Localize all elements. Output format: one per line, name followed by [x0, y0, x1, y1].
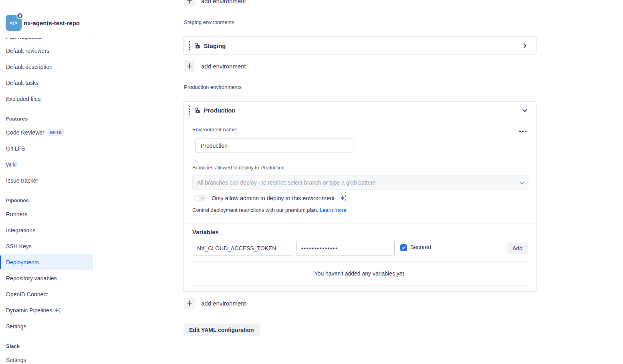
plus-icon [184, 298, 195, 309]
sidebar-item-dynamic-pipelines[interactable]: Dynamic Pipelines [0, 302, 93, 318]
divider [192, 286, 528, 286]
divider [192, 261, 528, 261]
secured-label: Secured [410, 244, 431, 250]
edit-yaml-configuration-button[interactable]: Edit YAML configuration [183, 324, 260, 336]
staging-environment-card[interactable]: Staging [183, 36, 536, 54]
production-card-header[interactable]: Production [184, 102, 536, 119]
sidebar-nav: Pull Requests Default reviewers Default … [0, 33, 93, 364]
ai-sparkle-icon [54, 307, 61, 314]
beta-badge: BETA [48, 129, 64, 136]
plus-icon [184, 0, 195, 6]
private-repo-badge [16, 12, 23, 19]
variables-empty-state: You haven't added any variables yet. [184, 270, 536, 277]
divider [184, 223, 536, 223]
add-variable-button[interactable]: Add [507, 242, 528, 254]
admins-only-toggle[interactable]: ✕ [194, 195, 207, 201]
branch-select-placeholder: All branches can deploy - to restrict: s… [197, 179, 376, 186]
branch-restriction-select[interactable]: All branches can deploy - to restrict: s… [192, 175, 528, 190]
section-pipelines: Pipelines [0, 189, 93, 206]
sidebar-item-wiki[interactable]: Wiki [0, 157, 93, 173]
repo-name: nx-agents-test-repo [24, 20, 80, 26]
premium-plan-text: Control deployment restrictions with our… [192, 207, 346, 213]
main-content: add environment Staging environments Sta… [183, 0, 536, 364]
sidebar-item-default-description[interactable]: Default description [0, 59, 93, 75]
section-features: Features [0, 107, 93, 125]
staging-card-title: Staging [204, 42, 226, 49]
unlock-icon [194, 107, 201, 114]
sidebar-item-pipelines-settings[interactable]: Settings [0, 318, 93, 334]
chevron-down-icon[interactable] [522, 107, 528, 114]
lock-icon [18, 14, 22, 18]
sidebar: Pull Requests Default reviewers Default … [0, 0, 95, 364]
section-slack: Slack [0, 334, 93, 352]
plus-icon [184, 60, 195, 72]
drag-handle-icon[interactable] [188, 41, 194, 50]
production-section-label: Production environments [184, 84, 242, 90]
cross-icon: ✕ [201, 196, 204, 201]
chevron-down-icon [519, 180, 524, 187]
sidebar-item-integrations[interactable]: Integrations [0, 222, 93, 238]
add-environment-button-production[interactable]: add environment [184, 298, 246, 309]
more-horizontal-icon[interactable] [518, 129, 528, 134]
variables-heading: Variables [192, 229, 219, 235]
sidebar-item-repository-variables[interactable]: Repository variables [0, 270, 93, 286]
sidebar-item-slack-settings[interactable]: Settings [0, 352, 93, 364]
sidebar-item-runners[interactable]: Runners [0, 206, 93, 222]
admins-only-label: Only allow admins to deploy to this envi… [212, 195, 335, 201]
staging-section-label: Staging environments [184, 19, 234, 25]
repo-header: </> nx-agents-test-repo [0, 0, 93, 38]
add-environment-button-staging[interactable]: add environment [184, 60, 246, 72]
variable-name-input[interactable] [192, 241, 293, 255]
drag-handle-icon[interactable] [188, 106, 194, 115]
branches-label: Branches allowed to deploy to Production… [192, 165, 286, 171]
unlock-icon [194, 42, 201, 49]
variable-value-input[interactable] [296, 241, 395, 255]
production-environment-card: Production Environment name: Branches al… [183, 101, 536, 292]
sidebar-item-default-tasks[interactable]: Default tasks [0, 75, 93, 91]
sidebar-item-issue-tracker[interactable]: Issue tracker [0, 173, 93, 189]
ai-sparkle-icon [339, 194, 347, 202]
code-icon: </> [10, 20, 18, 26]
sidebar-item-git-lfs[interactable]: Git LFS [0, 141, 93, 157]
learn-more-link[interactable]: Learn more [320, 207, 346, 213]
secured-checkbox[interactable] [400, 244, 407, 251]
production-card-title: Production [204, 107, 236, 114]
environment-name-label: Environment name: [192, 127, 238, 133]
checkbox-checked-icon [401, 245, 406, 250]
sidebar-item-deployments[interactable]: Deployments [0, 254, 93, 270]
sidebar-item-openid-connect[interactable]: OpenID Connect [0, 286, 93, 302]
environment-name-input[interactable] [196, 139, 353, 153]
sidebar-item-default-reviewers[interactable]: Default reviewers [0, 43, 93, 59]
chevron-right-icon[interactable] [522, 42, 528, 49]
sidebar-item-excluded-files[interactable]: Excluded files [0, 91, 93, 107]
sidebar-item-ssh-keys[interactable]: SSH Keys [0, 238, 93, 254]
add-environment-button-top[interactable]: add environment [184, 0, 246, 6]
sidebar-item-code-reviewer[interactable]: Code Reviewer BETA [0, 125, 93, 141]
